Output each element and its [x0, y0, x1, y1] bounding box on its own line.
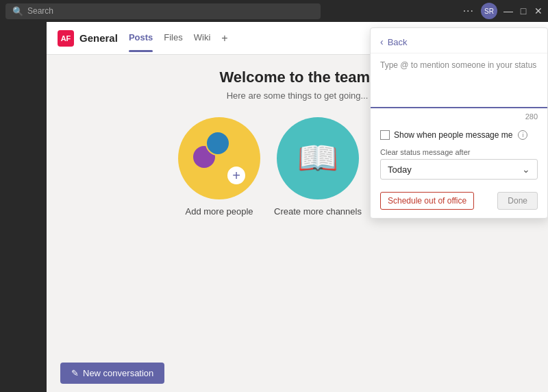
- done-button[interactable]: Done: [497, 192, 538, 210]
- search-icon: 🔍: [12, 6, 23, 16]
- tab-wiki[interactable]: Wiki: [194, 32, 211, 44]
- user-avatar[interactable]: SR: [481, 3, 497, 19]
- close-button[interactable]: ✕: [534, 7, 543, 15]
- back-arrow-icon: ‹: [380, 36, 384, 47]
- char-count: 280: [371, 111, 547, 125]
- tab-files[interactable]: Files: [164, 32, 182, 44]
- new-conv-label: New conversation: [83, 368, 153, 378]
- maximize-button[interactable]: □: [519, 7, 527, 15]
- team-icon: AF: [58, 30, 74, 47]
- panel-footer: Schedule out of office Done: [371, 185, 547, 218]
- show-when-row: Show when people message me i: [371, 125, 547, 145]
- create-channels-circle: 📖: [277, 117, 359, 199]
- panel-back-button[interactable]: ‹ Back: [371, 28, 547, 53]
- info-icon[interactable]: i: [518, 130, 527, 140]
- welcome-title: Welcome to the team!: [220, 69, 375, 86]
- channel-tabs: Posts Files Wiki +: [129, 32, 228, 45]
- clear-after-label: Clear status message after: [380, 148, 538, 156]
- dropdown-value: Today: [388, 164, 412, 175]
- show-when-label: Show when people message me: [394, 130, 512, 140]
- add-tab-button[interactable]: +: [221, 32, 227, 45]
- schedule-out-of-office-button[interactable]: Schedule out of office: [380, 192, 474, 210]
- clear-after-dropdown[interactable]: Today ⌄: [380, 159, 538, 180]
- chevron-down-icon: ⌄: [522, 164, 530, 175]
- add-people-circle: +: [178, 117, 260, 199]
- clear-after-section: Clear status message after Today ⌄: [371, 145, 547, 182]
- book-icon: 📖: [297, 139, 338, 177]
- plus-icon: +: [226, 165, 247, 186]
- show-when-checkbox-area[interactable]: Show when people message me: [380, 130, 512, 140]
- new-conversation-button[interactable]: ✎ New conversation: [60, 363, 164, 384]
- channel-title: General: [79, 32, 118, 44]
- minimize-button[interactable]: —: [504, 7, 512, 15]
- welcome-section: Welcome to the team! Here are some thing…: [220, 69, 375, 101]
- more-options-button[interactable]: ···: [463, 5, 474, 17]
- add-people-inner: +: [192, 131, 247, 186]
- sidebar: [0, 22, 47, 392]
- tab-posts[interactable]: Posts: [129, 32, 153, 44]
- status-textarea[interactable]: [371, 53, 547, 108]
- welcome-subtitle: Here are some things to get going...: [220, 90, 375, 101]
- new-conv-icon: ✎: [71, 368, 79, 378]
- create-channels-label: Create more channels: [274, 206, 362, 217]
- create-channels-card[interactable]: 📖 Create more channels: [274, 117, 362, 217]
- search-bar[interactable]: 🔍: [5, 3, 321, 19]
- search-input[interactable]: [27, 6, 314, 16]
- status-panel: ‹ Back 280 Show when people message me i…: [370, 27, 548, 219]
- back-label: Back: [388, 37, 408, 47]
- add-people-card[interactable]: + Add more people: [178, 117, 260, 217]
- new-conversation-bar: ✎ New conversation: [47, 354, 548, 392]
- show-when-checkbox[interactable]: [380, 130, 390, 140]
- title-bar: 🔍 ··· SR — □ ✕: [0, 0, 548, 22]
- person-avatar-2: [206, 131, 230, 156]
- add-people-label: Add more people: [186, 206, 253, 217]
